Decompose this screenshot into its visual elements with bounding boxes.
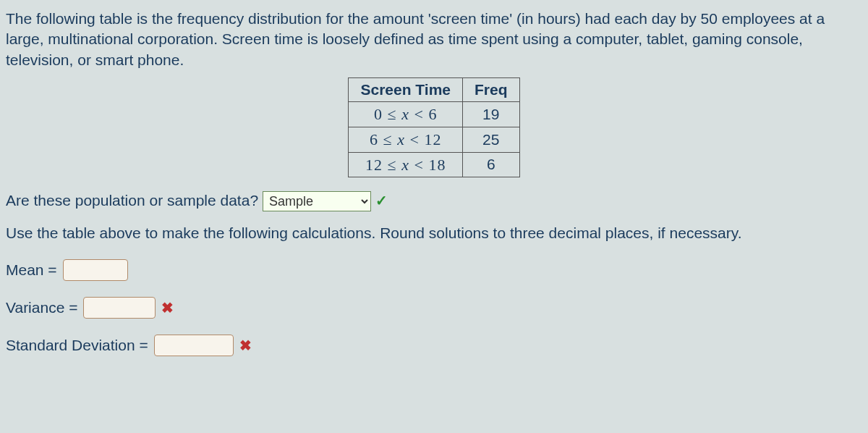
range-cell: 0 ≤ x < 6 [349,102,463,127]
range-cell: 6 ≤ x < 12 [349,127,463,153]
freq-cell: 25 [463,127,520,153]
table-row: 0 ≤ x < 6 19 [349,102,519,127]
variance-label: Variance = [6,298,77,318]
sample-select[interactable]: Population Sample [263,191,371,211]
mean-label: Mean = [6,260,57,280]
variance-input[interactable] [83,297,156,319]
header-freq: Freq [463,78,520,102]
freq-cell: 19 [463,102,520,127]
table-row: 6 ≤ x < 12 25 [349,127,519,153]
range-cell: 12 ≤ x < 18 [349,152,463,177]
stddev-input[interactable] [154,335,234,356]
wrong-icon: ✖ [239,336,252,356]
freq-cell: 6 [463,152,520,177]
frequency-table: Screen Time Freq 0 ≤ x < 6 19 6 ≤ x < 12… [348,77,519,177]
header-screen-time: Screen Time [349,78,463,102]
wrong-icon: ✖ [161,298,174,318]
instructions: Use the table above to make the followin… [6,223,862,243]
mean-input[interactable] [63,259,128,281]
check-icon: ✓ [375,191,388,211]
sample-question-label: Are these population or sample data? [6,190,258,211]
table-row: 12 ≤ x < 18 6 [349,152,519,177]
intro-paragraph: The following table is the frequency dis… [6,9,862,70]
stddev-label: Standard Deviation = [6,335,148,356]
